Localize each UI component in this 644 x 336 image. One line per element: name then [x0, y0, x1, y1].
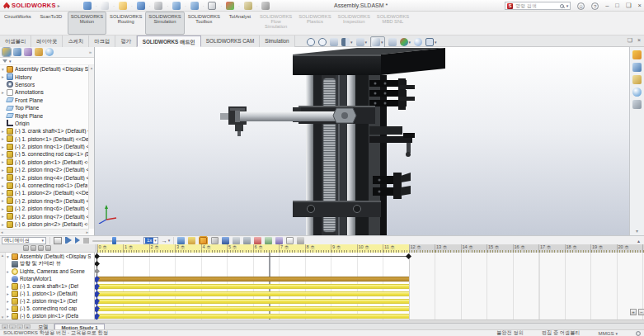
gravity-button[interactable]	[275, 237, 283, 244]
timeline-row[interactable]	[95, 312, 644, 319]
hide-show-items-control[interactable]	[388, 38, 397, 46]
propertymanager-tab-icon[interactable]	[13, 48, 21, 56]
motion-tree-item[interactable]: ▸(-) 3. crank shaft<1> (Def	[7, 282, 95, 290]
save-animation-button[interactable]	[177, 237, 185, 244]
maximize-button[interactable]: □	[615, 1, 619, 11]
rebuild-icon[interactable]	[226, 2, 234, 10]
tab-solidworks-애드인[interactable]: SOLIDWORKS 애드인	[137, 35, 201, 47]
file-properties-icon[interactable]	[244, 2, 252, 10]
status-options-icon[interactable]	[636, 331, 641, 336]
tab-스케치[interactable]: 스케치	[63, 35, 89, 47]
change-bar[interactable]	[97, 306, 409, 311]
motor-button[interactable]	[222, 237, 229, 244]
playback-speed-slider[interactable]	[92, 237, 140, 244]
configurations-tab-icon[interactable]	[24, 48, 32, 56]
tab-평가[interactable]: 평가	[115, 35, 137, 47]
slider-thumb-icon[interactable]	[112, 237, 116, 244]
motion-tree-item[interactable]: ▸Lights, Cameras and Scene	[7, 267, 95, 275]
timeline-zoom-out-icon[interactable]: −	[638, 309, 644, 315]
animation-wizard-button[interactable]	[188, 237, 195, 244]
calculate-icon[interactable]	[54, 237, 62, 244]
redo-icon[interactable]	[190, 2, 199, 10]
filter-selected-icon[interactable]	[38, 245, 44, 251]
design-library-icon[interactable]	[632, 63, 642, 72]
tree-item[interactable]: ▸(-) 2. piston ring<5> (Default) <	[0, 197, 89, 205]
filter-results-icon[interactable]	[45, 245, 51, 251]
change-bar[interactable]	[97, 314, 409, 319]
task-pane-collapse-icon[interactable]: ▾	[630, 228, 644, 234]
menu-expand-arrow-icon[interactable]: ▸	[58, 2, 60, 8]
key-point[interactable]	[95, 253, 100, 259]
tree-item[interactable]: ▸(-) 3. crank shaft<1> (Default) <	[0, 127, 89, 135]
ribbon-button-circuitworks[interactable]: CircuitWorks	[1, 12, 35, 35]
select-icon[interactable]	[208, 2, 216, 10]
motion-tree-item[interactable]: ▸(-) 2. piston ring<1> (Def	[7, 297, 95, 305]
open-icon[interactable]	[119, 2, 127, 10]
print-icon[interactable]	[154, 2, 162, 10]
ribbon-button-solidworks-toolbox[interactable]: SOLIDWORKSToolbox	[185, 12, 223, 35]
status-units[interactable]: MMGS ▾	[599, 330, 618, 336]
help-icon[interactable]: ?	[591, 2, 599, 10]
view-orientation-caret-icon[interactable]: ▾	[365, 40, 368, 45]
tree-item[interactable]: ▸(-) 6. piston pin<1> (Default) <<	[0, 159, 89, 166]
timeline-row[interactable]	[95, 253, 644, 260]
timeline-row[interactable]	[95, 260, 644, 267]
timeline-row[interactable]	[95, 305, 644, 312]
scroll-right-icon[interactable]: ▸	[86, 230, 88, 234]
search-caret-icon[interactable]: ▾	[566, 3, 569, 8]
featuremanager-tree-tab-icon[interactable]	[2, 48, 11, 56]
section-view-control[interactable]: ▾	[341, 38, 353, 46]
tree-item[interactable]: ▸(-) 2. piston ring<2> (Default) <	[0, 166, 89, 173]
view-settings-caret-icon[interactable]: ▾	[435, 40, 437, 45]
play-icon[interactable]	[75, 237, 80, 244]
add-key-button[interactable]	[211, 237, 219, 244]
tree-item[interactable]: Origin	[0, 120, 89, 127]
motion-tree-item[interactable]: 방향 및 카메라 뷰	[7, 260, 95, 267]
display-style-caret-icon[interactable]: ▾	[381, 40, 383, 45]
filter-caret-icon[interactable]: ▾	[9, 59, 12, 64]
viewport-model[interactable]	[95, 47, 629, 235]
tab-scroll-last-icon[interactable]: »	[24, 324, 31, 329]
panel-flyout-arrow-icon[interactable]: »	[89, 50, 92, 54]
playback-mode-select[interactable]: → ▾	[162, 238, 171, 244]
display-style-control[interactable]: ▾	[370, 36, 385, 48]
tab-scroll-first-icon[interactable]: «	[2, 324, 8, 329]
scroll-up-icon[interactable]: ▴	[0, 253, 5, 258]
zoom-fit-control[interactable]	[307, 38, 315, 46]
key-point[interactable]	[95, 261, 100, 267]
user-icon[interactable]: ☺	[577, 2, 585, 10]
tree-item[interactable]: Top Plane	[0, 104, 89, 111]
auto-key-button[interactable]	[199, 236, 208, 245]
zoom-area-control[interactable]	[318, 38, 327, 46]
tree-item[interactable]: ▸(-) 6. piston pin<2> (Default) <<	[0, 220, 89, 228]
playback-speed-select[interactable]: 1x ▾	[143, 237, 158, 244]
scroll-left-icon[interactable]: ◂	[1, 230, 3, 234]
graphics-viewport[interactable]	[95, 47, 629, 235]
edit-appearance-control[interactable]: ▾	[400, 38, 411, 46]
restore-button[interactable]: ❏	[626, 1, 632, 11]
change-bar[interactable]	[97, 299, 409, 304]
motion-tree-item[interactable]: ▾Assembly (Default) <Display S	[7, 253, 95, 260]
ribbon-button-solidworks-routing[interactable]: SOLIDWORKSRouting	[106, 12, 145, 35]
motionmanager-collapse-icon[interactable]: ▴	[637, 238, 642, 244]
view-orientation-control[interactable]: ▾	[356, 38, 368, 46]
command-search[interactable]: S 명령 검색 ▾	[505, 2, 571, 10]
displaymanager-tab-icon[interactable]	[45, 48, 54, 56]
change-bar[interactable]	[97, 277, 409, 282]
save-icon[interactable]	[137, 2, 145, 10]
undo-icon[interactable]	[172, 2, 181, 10]
new-document-icon[interactable]	[101, 2, 109, 10]
timeline-area[interactable]	[95, 253, 644, 319]
study-type-select[interactable]: 애니메이션 ▾	[2, 237, 46, 244]
results-and-plots-button[interactable]	[286, 237, 294, 244]
tree-item[interactable]: Front Plane	[0, 97, 89, 104]
feature-tree-vertical-scrollbar[interactable]: ▴	[88, 65, 94, 229]
document-close-icon[interactable]: ×	[637, 37, 641, 44]
ribbon-button-tolanalyst[interactable]: TolAnalyst	[223, 12, 256, 35]
tab-마크업[interactable]: 마크업	[89, 35, 115, 47]
motion-tree-vertical-scrollbar[interactable]: ▴ ▾	[0, 253, 6, 319]
tree-item[interactable]: Right Plane	[0, 111, 89, 119]
motion-tree-item[interactable]: ▸(-) 1. piston<1> (Default)	[7, 290, 95, 297]
motion-tree-item[interactable]: RotaryMotor1	[7, 275, 95, 282]
ribbon-button-solidworks-motion[interactable]: SOLIDWORKSMotion	[68, 12, 106, 35]
